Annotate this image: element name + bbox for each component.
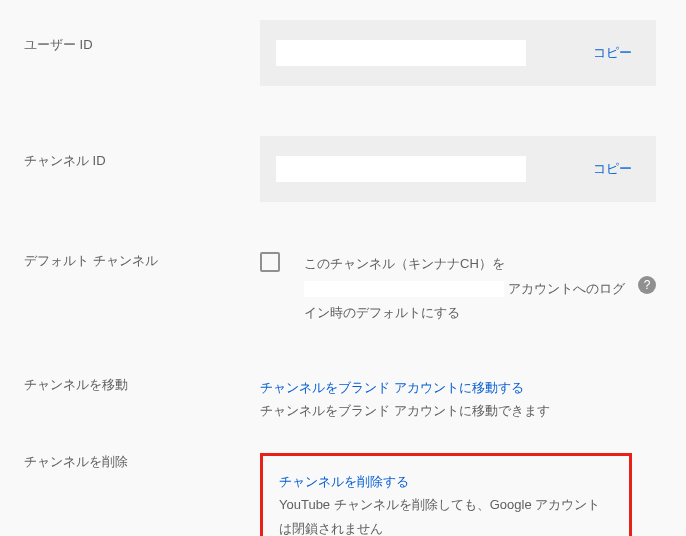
settings-panel: ユーザー ID コピー チャンネル ID コピー デフォルト チャンネル このチ…	[0, 0, 686, 536]
move-channel-value-col: チャンネルをブランド アカウントに移動する チャンネルをブランド アカウントに移…	[260, 376, 686, 423]
channel-id-label: チャンネル ID	[0, 136, 260, 170]
user-id-value-masked	[276, 40, 526, 66]
user-id-box: コピー	[260, 20, 656, 86]
default-channel-value-col: このチャンネル（キンナナCH）を アカウントへのログイン時のデフォルトにする ?	[260, 252, 686, 326]
move-channel-label: チャンネルを移動	[0, 376, 260, 394]
default-channel-checkbox[interactable]	[260, 252, 280, 272]
delete-channel-value-col: チャンネルを削除する YouTube チャンネルを削除しても、Google アカ…	[260, 453, 686, 536]
copy-user-id-button[interactable]: コピー	[593, 44, 640, 62]
move-channel-row: チャンネルを移動 チャンネルをブランド アカウントに移動する チャンネルをブラン…	[0, 376, 686, 423]
help-icon[interactable]: ?	[638, 276, 656, 294]
move-channel-link[interactable]: チャンネルをブランド アカウントに移動する	[260, 376, 656, 399]
channel-id-box: コピー	[260, 136, 656, 202]
user-id-value-col: コピー	[260, 20, 686, 86]
channel-id-value-masked	[276, 156, 526, 182]
default-channel-text: このチャンネル（キンナナCH）を アカウントへのログイン時のデフォルトにする	[304, 252, 628, 326]
move-channel-desc: チャンネルをブランド アカウントに移動できます	[260, 399, 656, 422]
copy-channel-id-button[interactable]: コピー	[593, 160, 640, 178]
channel-id-value-col: コピー	[260, 136, 686, 202]
delete-channel-label: チャンネルを削除	[0, 453, 260, 471]
delete-channel-desc: YouTube チャンネルを削除しても、Google アカウントは閉鎖されません	[279, 493, 613, 536]
delete-channel-highlight: チャンネルを削除する YouTube チャンネルを削除しても、Google アカ…	[260, 453, 632, 536]
channel-id-row: チャンネル ID コピー	[0, 136, 686, 202]
user-id-label: ユーザー ID	[0, 20, 260, 54]
default-channel-row: デフォルト チャンネル このチャンネル（キンナナCH）を アカウントへのログイン…	[0, 252, 686, 326]
default-channel-label: デフォルト チャンネル	[0, 252, 260, 270]
delete-channel-row: チャンネルを削除 チャンネルを削除する YouTube チャンネルを削除しても、…	[0, 453, 686, 536]
default-channel-text-1: このチャンネル（キンナナCH）を	[304, 256, 505, 271]
delete-channel-link[interactable]: チャンネルを削除する	[279, 470, 613, 493]
default-channel-email-masked	[304, 281, 504, 297]
user-id-row: ユーザー ID コピー	[0, 20, 686, 86]
